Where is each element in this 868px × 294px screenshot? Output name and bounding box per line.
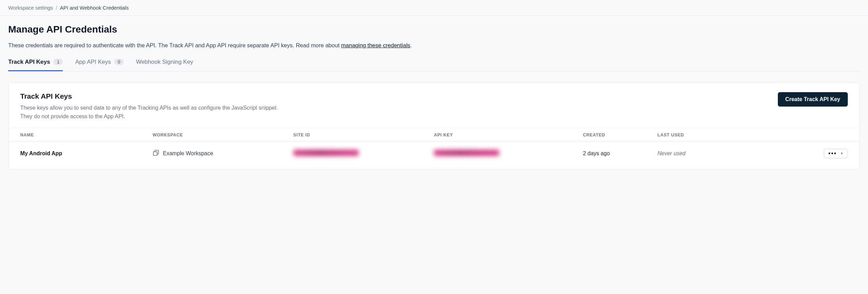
panel-description: These keys allow you to send data to any… — [20, 104, 281, 121]
panel-title: Track API Keys — [20, 92, 281, 100]
svg-rect-1 — [154, 152, 157, 156]
more-icon: ••• — [828, 152, 837, 155]
tab-count-badge: 0 — [114, 59, 123, 65]
track-api-keys-panel: Track API Keys These keys allow you to s… — [8, 82, 860, 170]
table-row: My Android App Example Workspace 2 days … — [9, 142, 859, 169]
page-title: Manage API Credentials — [8, 24, 860, 35]
breadcrumb-separator: / — [56, 5, 57, 11]
row-actions-button[interactable]: ••• ▼ — [824, 149, 848, 158]
tab-webhook-signing-key[interactable]: Webhook Signing Key — [136, 59, 193, 71]
cell-workspace-name: Example Workspace — [163, 150, 213, 157]
cell-name: My Android App — [20, 150, 153, 157]
column-header-name: NAME — [20, 133, 153, 137]
tab-count-badge: 1 — [53, 59, 63, 65]
create-track-api-key-button[interactable]: Create Track API Key — [778, 92, 848, 107]
redacted-value — [293, 150, 359, 156]
workspace-icon — [153, 149, 159, 158]
tab-label: Webhook Signing Key — [136, 59, 193, 65]
page-description-text-post: . — [410, 42, 412, 48]
page-description-text-pre: These credentials are required to authen… — [8, 42, 341, 48]
tabs: Track API Keys 1 App API Keys 0 Webhook … — [8, 59, 860, 71]
breadcrumb: Workspace settings / API and Webhook Cre… — [0, 0, 868, 16]
table-header: NAME WORKSPACE SITE ID API KEY CREATED L… — [9, 128, 859, 142]
column-header-last-used: LAST USED — [658, 133, 782, 137]
column-header-site-id: SITE ID — [293, 133, 434, 137]
managing-credentials-link[interactable]: managing these credentials — [341, 42, 410, 48]
column-header-workspace: WORKSPACE — [153, 133, 293, 137]
panel-header: Track API Keys These keys allow you to s… — [9, 83, 859, 128]
chevron-down-icon: ▼ — [840, 152, 843, 155]
page-description: These credentials are required to authen… — [8, 41, 860, 50]
cell-api-key — [434, 150, 583, 157]
column-header-api-key: API KEY — [434, 133, 583, 137]
cell-created: 2 days ago — [583, 150, 658, 157]
breadcrumb-current: API and Webhook Credentials — [60, 5, 129, 11]
tab-app-api-keys[interactable]: App API Keys 0 — [75, 59, 123, 71]
tab-label: App API Keys — [75, 59, 111, 65]
redacted-value — [434, 150, 499, 156]
cell-last-used: Never used — [658, 150, 782, 157]
column-header-created: CREATED — [583, 133, 658, 137]
tab-label: Track API Keys — [8, 59, 50, 65]
breadcrumb-parent-link[interactable]: Workspace settings — [8, 5, 53, 11]
cell-workspace: Example Workspace — [153, 149, 293, 158]
cell-site-id — [293, 150, 434, 157]
tab-track-api-keys[interactable]: Track API Keys 1 — [8, 59, 63, 71]
